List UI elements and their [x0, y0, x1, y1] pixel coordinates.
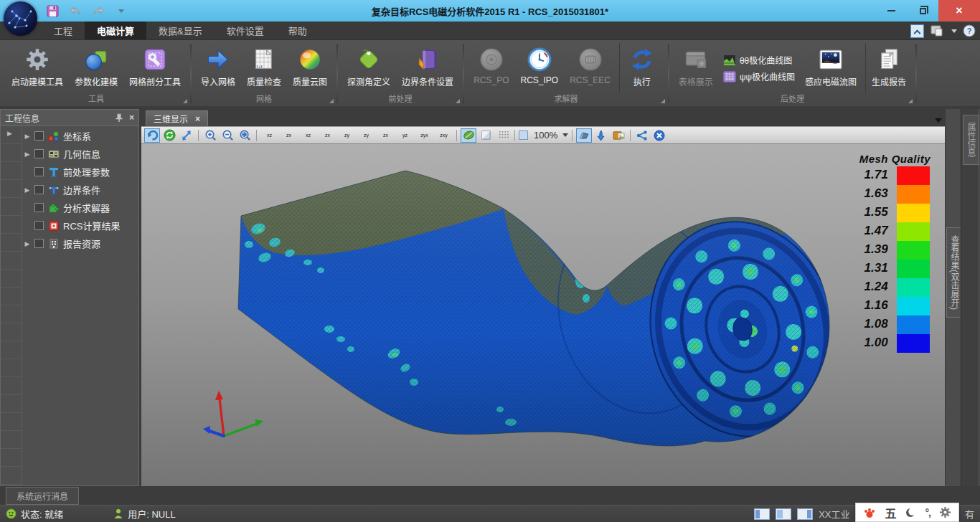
view-orientation-button[interactable]: zy	[338, 128, 356, 143]
rotate-view-button[interactable]	[144, 128, 160, 143]
checkbox[interactable]	[34, 167, 44, 176]
collapse-ribbon-button[interactable]	[910, 24, 924, 38]
boundary-condition-settings-button[interactable]: 边界条件设置	[396, 43, 459, 93]
zoom-in-button[interactable]	[202, 128, 218, 143]
tab-data-display[interactable]: 数据&显示	[146, 22, 215, 39]
tab-close-icon[interactable]	[195, 114, 200, 124]
fit-view-button[interactable]	[179, 128, 194, 143]
viewport-3d[interactable]: Mesh Quality 1.71 1.63 1.55 1.47 1.39 1.…	[141, 143, 945, 486]
tree-item-coordinate-system[interactable]: 坐标系	[22, 127, 138, 145]
expand-arrow-icon[interactable]	[24, 151, 31, 158]
share-view-button[interactable]	[634, 128, 650, 143]
quality-cloud-button[interactable]: 质量云图	[287, 43, 333, 93]
zoom-level-value[interactable]: 100%	[534, 130, 557, 141]
layout-right-panel-button[interactable]	[797, 508, 813, 520]
legend-color-swatch	[897, 222, 930, 241]
view-orientation-button[interactable]: zx	[319, 128, 336, 143]
points-render-button[interactable]	[495, 128, 511, 143]
restore-button[interactable]	[907, 0, 938, 22]
checkbox[interactable]	[34, 185, 44, 194]
ime-mode-label[interactable]: 五	[885, 504, 896, 521]
import-view-button[interactable]	[593, 128, 609, 143]
quality-check-button[interactable]: 质量检查	[241, 43, 287, 93]
zoom-fit-button[interactable]	[237, 128, 253, 143]
tree-item-analysis-solver[interactable]: 分析求解器	[22, 199, 138, 217]
solver-rcs-po-button[interactable]: RCS_PO	[468, 43, 514, 93]
execute-button[interactable]: 执行	[619, 43, 664, 93]
table-display-button[interactable]: 表格展示	[673, 43, 719, 93]
checkbox[interactable]	[34, 221, 44, 230]
view-orientation-button[interactable]: zx	[377, 128, 395, 143]
expand-arrow-icon[interactable]	[24, 240, 31, 247]
redo-button[interactable]	[92, 4, 105, 17]
tree-item-preprocess-params[interactable]: 前处理参数	[22, 163, 138, 181]
tree-item-geometry-info[interactable]: 几何信息	[22, 145, 138, 163]
zoom-dropdown-icon[interactable]	[562, 133, 568, 137]
solver-rcs-eec-button[interactable]: RCS_EEC	[564, 43, 616, 93]
checkbox[interactable]	[34, 149, 44, 158]
tab-em-computation[interactable]: 电磁计算	[85, 22, 146, 39]
close-view-button[interactable]	[651, 128, 667, 143]
analysis-solver-icon	[47, 201, 60, 214]
clip-plane-button[interactable]	[576, 128, 592, 143]
import-mesh-button[interactable]: 导入网格	[195, 43, 241, 93]
close-button[interactable]	[938, 0, 980, 22]
orbit-view-button[interactable]	[161, 128, 177, 143]
solver-rcs-ipo-button[interactable]: RCS_IPO	[514, 43, 564, 93]
save-button[interactable]	[46, 4, 59, 17]
panel-close-icon[interactable]: ×	[129, 113, 134, 123]
tab-project[interactable]: 工程	[42, 22, 85, 39]
launch-modeling-tool-button[interactable]: 启动建模工具	[6, 43, 69, 93]
flat-render-button[interactable]	[478, 128, 494, 143]
view-orientation-button[interactable]: zx	[280, 128, 298, 143]
system-messages-tab[interactable]: 系统运行消息	[6, 487, 79, 505]
ime-punctuation-label[interactable]: °,	[925, 507, 930, 518]
zoom-out-button[interactable]	[220, 128, 235, 143]
view-orientation-button[interactable]: xz	[260, 128, 278, 143]
layout-split-button[interactable]	[776, 508, 791, 520]
view-orientation-button[interactable]: yz	[396, 128, 414, 143]
expand-arrow-icon[interactable]	[24, 186, 31, 194]
mesh-partition-tool-button[interactable]: 网格剖分工具	[123, 43, 187, 93]
toolbar-overflow-icon[interactable]	[935, 118, 942, 123]
psi-polarization-curve-button[interactable]: ψψ极化曲线图	[723, 70, 795, 82]
snapshot-button[interactable]	[611, 128, 626, 143]
ime-paw-icon[interactable]	[863, 507, 876, 518]
generate-report-button[interactable]: 生成报告	[865, 43, 912, 93]
view-orientation-button[interactable]: xz	[299, 128, 317, 143]
layout-left-panel-button[interactable]	[754, 508, 770, 520]
theta-polarization-curve-button[interactable]: θθ极化曲线图	[723, 54, 795, 66]
tree-item-report-resources[interactable]: 报告资源	[22, 234, 138, 252]
view-orientation-button[interactable]: zyx	[415, 128, 433, 143]
ime-moon-icon[interactable]	[905, 507, 916, 518]
tree-item-boundary-conditions[interactable]: 边界条件	[22, 181, 138, 199]
app-logo[interactable]	[4, 1, 37, 36]
report-resources-icon	[47, 237, 60, 250]
tab-3d-display[interactable]: 三维显示	[146, 110, 208, 126]
view-orientation-button[interactable]: zxy	[435, 128, 453, 143]
copyright-text-left: XX工业	[819, 507, 849, 521]
tree-item-rcs-results[interactable]: RCS计算结果	[22, 217, 138, 234]
tree-gutter[interactable]	[1, 126, 22, 485]
checkbox[interactable]	[34, 203, 44, 212]
view-orientation-button[interactable]: zy	[357, 128, 375, 143]
shaded-render-button[interactable]	[461, 128, 476, 143]
pin-icon[interactable]	[115, 113, 123, 123]
tab-software-settings[interactable]: 软件设置	[215, 22, 276, 39]
minimize-button[interactable]	[875, 0, 907, 22]
probe-angle-define-button[interactable]: 探测角定义	[341, 43, 396, 93]
tab-help[interactable]: 帮助	[276, 22, 319, 39]
qat-customize-button[interactable]	[115, 4, 128, 17]
ime-settings-gear-icon[interactable]	[939, 506, 951, 518]
expand-arrow-icon[interactable]	[24, 133, 31, 140]
project-tree-body: 坐标系 几何信息 前处理参数	[0, 126, 139, 486]
undo-button[interactable]	[69, 4, 82, 17]
checkbox[interactable]	[34, 131, 44, 141]
style-switch-icon[interactable]	[930, 24, 946, 37]
help-icon[interactable]: ?	[963, 24, 976, 37]
chevron-down-icon[interactable]	[951, 29, 957, 33]
properties-tab[interactable]: 属性信息	[963, 115, 979, 165]
checkbox[interactable]	[34, 239, 44, 248]
parametric-modeling-button[interactable]: 参数化建模	[69, 43, 123, 93]
induction-current-map-button[interactable]: 感应电磁流图	[799, 43, 862, 93]
